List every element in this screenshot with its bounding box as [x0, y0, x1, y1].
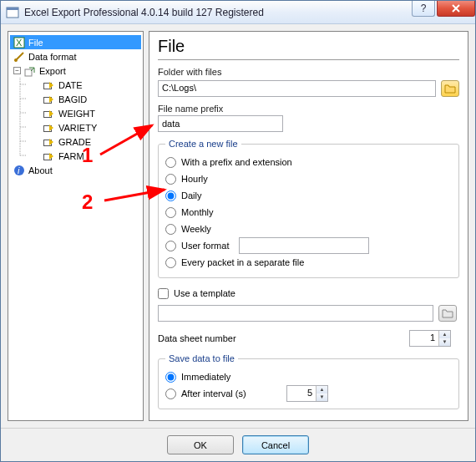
prefix-input[interactable]: [158, 115, 283, 132]
radio-label: Weekly: [181, 224, 211, 234]
tree-item-dataformat[interactable]: Data format: [10, 49, 141, 63]
titlebar-buttons: ?: [413, 1, 475, 23]
page-title: File: [158, 37, 459, 60]
radio-label: User format: [181, 241, 229, 251]
radio-label: Every packet in a separate file: [181, 257, 304, 267]
spin-down-icon[interactable]: ▼: [439, 338, 450, 346]
tree-item-label: FARM: [58, 151, 84, 161]
radio-label: After interval (s): [181, 388, 281, 399]
field-icon: [43, 123, 55, 133]
tools-icon: [13, 51, 25, 63]
radio-daily[interactable]: [165, 190, 176, 201]
radio-label: Hourly: [181, 174, 208, 184]
field-icon: [43, 80, 55, 90]
spin-up-icon[interactable]: ▲: [439, 331, 450, 338]
titlebar[interactable]: Excel Export Professional 4.0.14 build 1…: [1, 1, 475, 24]
save-data-group: Save data to file Immediately After inte…: [158, 353, 459, 409]
radio-weekly[interactable]: [165, 224, 176, 235]
nav-tree[interactable]: X File Data format − Export DATE BAGID W…: [8, 31, 144, 421]
ok-button[interactable]: OK: [167, 435, 234, 454]
browse-template-button[interactable]: [438, 305, 457, 322]
interval-value[interactable]: 5: [287, 386, 316, 401]
tree-item-export[interactable]: − Export: [10, 63, 141, 78]
field-icon: [43, 109, 55, 119]
tree-item-label: WEIGHT: [58, 109, 95, 119]
tree-item-label: BAGID: [58, 94, 87, 104]
folder-input[interactable]: C:\Logs\: [158, 80, 436, 97]
tree-item-label: About: [28, 165, 53, 175]
field-icon: [43, 137, 55, 147]
annotation-number-1: 1: [82, 144, 93, 167]
close-button[interactable]: [437, 1, 475, 17]
svg-point-4: [14, 58, 18, 62]
user-format-input[interactable]: [239, 237, 369, 254]
dialog-footer: OK Cancel: [1, 428, 475, 461]
tree-lines: [17, 78, 28, 163]
tree-item-label: Export: [39, 66, 66, 76]
radio-hourly[interactable]: [165, 174, 176, 185]
create-file-group: Create a new file With a prefix and exte…: [158, 139, 459, 278]
cancel-button[interactable]: Cancel: [242, 435, 309, 454]
radio-prefix-ext[interactable]: [165, 157, 176, 168]
tree-item-label: Data format: [28, 52, 76, 62]
tree-field-bagid[interactable]: BAGID: [10, 92, 141, 106]
use-template-label: Use a template: [174, 288, 235, 298]
radio-label: Immediately: [181, 372, 230, 382]
save-data-legend: Save data to file: [165, 353, 238, 363]
spinner-arrows[interactable]: ▲▼: [316, 386, 327, 401]
tree-item-label: VARIETY: [58, 123, 97, 133]
interval-spinner[interactable]: 5 ▲▼: [286, 385, 328, 402]
datasheet-label: Data sheet number: [158, 333, 236, 343]
prefix-label: File name prefix: [158, 104, 459, 114]
help-button[interactable]: ?: [412, 1, 435, 17]
tree-item-label: DATE: [58, 80, 83, 90]
app-icon: [6, 6, 19, 19]
export-icon: [24, 65, 36, 77]
svg-rect-1: [7, 8, 18, 10]
tree-collapse-icon[interactable]: −: [13, 67, 21, 74]
svg-rect-5: [25, 69, 32, 76]
field-icon: [43, 151, 55, 161]
window-title: Excel Export Professional 4.0.14 build 1…: [24, 7, 413, 18]
radio-every-packet[interactable]: [165, 257, 176, 268]
radio-user-format[interactable]: [165, 241, 176, 251]
radio-after-interval[interactable]: [165, 388, 176, 399]
spin-down-icon[interactable]: ▼: [316, 393, 327, 401]
tree-item-label: File: [28, 38, 43, 48]
settings-panel: File Folder with files C:\Logs\ File nam…: [149, 31, 468, 421]
tree-field-weight[interactable]: WEIGHT: [10, 106, 141, 120]
datasheet-value[interactable]: 1: [410, 331, 438, 346]
radio-monthly[interactable]: [165, 207, 176, 218]
browse-folder-button[interactable]: [441, 80, 459, 97]
tree-field-date[interactable]: DATE: [10, 78, 141, 92]
open-file-icon: [442, 308, 453, 318]
content-area: X File Data format − Export DATE BAGID W…: [1, 24, 475, 428]
radio-label: Daily: [181, 190, 201, 201]
field-icon: [43, 94, 55, 104]
create-file-legend: Create a new file: [165, 139, 241, 149]
excel-icon: X: [13, 37, 25, 48]
template-path-input[interactable]: [158, 305, 433, 322]
tree-item-file[interactable]: X File: [10, 35, 141, 49]
dialog-window: Excel Export Professional 4.0.14 build 1…: [0, 0, 476, 462]
tree-item-about[interactable]: i About: [10, 163, 141, 177]
radio-label: Monthly: [181, 207, 214, 217]
spinner-arrows[interactable]: ▲▼: [438, 331, 450, 346]
info-icon: i: [13, 165, 25, 176]
folder-icon: [444, 84, 456, 94]
radio-label: With a prefix and extension: [181, 157, 292, 167]
radio-immediately[interactable]: [165, 372, 176, 383]
tree-field-variety[interactable]: VARIETY: [10, 120, 141, 135]
tree-field-grade[interactable]: GRADE: [10, 135, 141, 149]
folder-label: Folder with files: [158, 67, 459, 77]
svg-text:X: X: [16, 38, 23, 48]
spin-up-icon[interactable]: ▲: [316, 386, 327, 393]
use-template-checkbox[interactable]: [158, 288, 169, 299]
annotation-number-2: 2: [82, 190, 93, 214]
datasheet-spinner[interactable]: 1 ▲▼: [409, 330, 451, 347]
tree-field-farm[interactable]: FARM: [10, 149, 141, 163]
